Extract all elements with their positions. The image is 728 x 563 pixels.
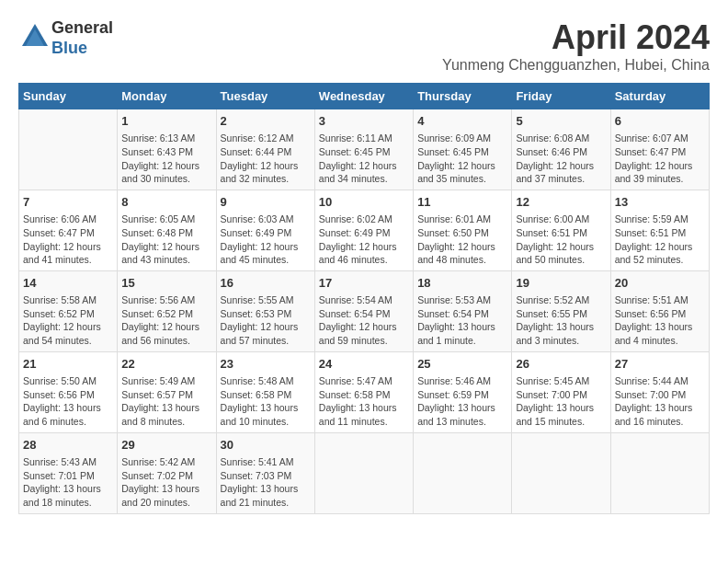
calendar-cell: 13Sunrise: 5:59 AM Sunset: 6:51 PM Dayli…: [610, 190, 709, 270]
calendar-cell: 7Sunrise: 6:06 AM Sunset: 6:47 PM Daylig…: [19, 190, 118, 270]
day-info: Sunrise: 5:48 AM Sunset: 6:58 PM Dayligh…: [221, 374, 311, 429]
calendar-cell: 26Sunrise: 5:45 AM Sunset: 7:00 PM Dayli…: [512, 351, 610, 432]
logo-text: General Blue: [51, 18, 113, 58]
day-info: Sunrise: 5:54 AM Sunset: 6:54 PM Dayligh…: [319, 293, 409, 348]
day-number: 26: [516, 356, 606, 373]
calendar-table: SundayMondayTuesdayWednesdayThursdayFrid…: [18, 83, 710, 514]
column-header-thursday: Thursday: [414, 84, 512, 109]
day-number: 1: [121, 113, 211, 130]
calendar-week-row: 28Sunrise: 5:43 AM Sunset: 7:01 PM Dayli…: [19, 432, 710, 513]
calendar-cell: 17Sunrise: 5:54 AM Sunset: 6:54 PM Dayli…: [314, 270, 413, 351]
day-number: 14: [23, 275, 113, 292]
calendar-week-row: 1Sunrise: 6:13 AM Sunset: 6:43 PM Daylig…: [19, 109, 710, 190]
calendar-cell: 6Sunrise: 6:07 AM Sunset: 6:47 PM Daylig…: [610, 109, 709, 190]
day-number: 2: [221, 113, 311, 130]
calendar-cell: 14Sunrise: 5:58 AM Sunset: 6:52 PM Dayli…: [19, 270, 118, 351]
calendar-cell: 27Sunrise: 5:44 AM Sunset: 7:00 PM Dayli…: [610, 351, 709, 432]
day-number: 11: [417, 194, 507, 211]
column-header-tuesday: Tuesday: [216, 84, 314, 109]
day-info: Sunrise: 6:07 AM Sunset: 6:47 PM Dayligh…: [615, 132, 705, 186]
calendar-cell: 8Sunrise: 6:05 AM Sunset: 6:48 PM Daylig…: [118, 190, 216, 270]
calendar-cell: 19Sunrise: 5:52 AM Sunset: 6:55 PM Dayli…: [512, 270, 610, 351]
day-info: Sunrise: 6:12 AM Sunset: 6:44 PM Dayligh…: [221, 132, 311, 186]
day-info: Sunrise: 5:58 AM Sunset: 6:52 PM Dayligh…: [23, 293, 113, 348]
day-number: 15: [121, 275, 211, 292]
day-info: Sunrise: 5:51 AM Sunset: 6:56 PM Dayligh…: [615, 293, 705, 348]
logo-icon: [18, 20, 51, 53]
day-number: 30: [221, 437, 311, 454]
day-info: Sunrise: 5:44 AM Sunset: 7:00 PM Dayligh…: [615, 374, 705, 429]
day-number: 5: [516, 113, 606, 130]
day-info: Sunrise: 6:00 AM Sunset: 6:51 PM Dayligh…: [516, 213, 606, 267]
day-number: 13: [615, 194, 705, 211]
day-number: 6: [615, 113, 705, 130]
day-info: Sunrise: 5:47 AM Sunset: 6:58 PM Dayligh…: [319, 374, 409, 429]
day-number: 3: [319, 113, 409, 130]
calendar-header-row: SundayMondayTuesdayWednesdayThursdayFrid…: [19, 84, 710, 109]
day-number: 16: [221, 275, 311, 292]
calendar-cell: 1Sunrise: 6:13 AM Sunset: 6:43 PM Daylig…: [118, 109, 216, 190]
day-number: 20: [615, 275, 705, 292]
column-header-sunday: Sunday: [19, 84, 118, 109]
calendar-cell: [512, 432, 610, 513]
day-info: Sunrise: 5:59 AM Sunset: 6:51 PM Dayligh…: [615, 213, 705, 267]
day-number: 4: [417, 113, 507, 130]
day-number: 9: [221, 194, 311, 211]
day-number: 22: [121, 356, 211, 373]
day-number: 25: [417, 356, 507, 373]
day-info: Sunrise: 5:53 AM Sunset: 6:54 PM Dayligh…: [417, 293, 507, 348]
day-number: 27: [615, 356, 705, 373]
day-number: 8: [121, 194, 211, 211]
day-info: Sunrise: 5:50 AM Sunset: 6:56 PM Dayligh…: [23, 374, 113, 429]
calendar-cell: 24Sunrise: 5:47 AM Sunset: 6:58 PM Dayli…: [314, 351, 413, 432]
calendar-cell: 4Sunrise: 6:09 AM Sunset: 6:45 PM Daylig…: [414, 109, 512, 190]
day-info: Sunrise: 5:43 AM Sunset: 7:01 PM Dayligh…: [23, 455, 113, 510]
day-info: Sunrise: 5:46 AM Sunset: 6:59 PM Dayligh…: [417, 374, 507, 429]
day-info: Sunrise: 5:55 AM Sunset: 6:53 PM Dayligh…: [221, 293, 311, 348]
day-info: Sunrise: 6:13 AM Sunset: 6:43 PM Dayligh…: [121, 132, 211, 186]
column-header-friday: Friday: [512, 84, 610, 109]
calendar-cell: 2Sunrise: 6:12 AM Sunset: 6:44 PM Daylig…: [216, 109, 314, 190]
day-info: Sunrise: 6:03 AM Sunset: 6:49 PM Dayligh…: [221, 213, 311, 267]
day-info: Sunrise: 6:01 AM Sunset: 6:50 PM Dayligh…: [417, 213, 507, 267]
location: Yunmeng Chengguanzhen, Hubei, China: [442, 57, 710, 74]
calendar-cell: 16Sunrise: 5:55 AM Sunset: 6:53 PM Dayli…: [216, 270, 314, 351]
calendar-cell: 28Sunrise: 5:43 AM Sunset: 7:01 PM Dayli…: [19, 432, 118, 513]
day-info: Sunrise: 6:06 AM Sunset: 6:47 PM Dayligh…: [23, 213, 113, 267]
calendar-cell: [610, 432, 709, 513]
day-info: Sunrise: 5:56 AM Sunset: 6:52 PM Dayligh…: [121, 293, 211, 348]
day-number: 24: [319, 356, 409, 373]
title-block: April 2024 Yunmeng Chengguanzhen, Hubei,…: [442, 18, 710, 74]
day-info: Sunrise: 5:45 AM Sunset: 7:00 PM Dayligh…: [516, 374, 606, 429]
day-number: 29: [121, 437, 211, 454]
page-header: General Blue April 2024 Yunmeng Chenggua…: [18, 18, 710, 74]
day-info: Sunrise: 6:09 AM Sunset: 6:45 PM Dayligh…: [417, 132, 507, 186]
day-info: Sunrise: 5:42 AM Sunset: 7:02 PM Dayligh…: [121, 455, 211, 510]
calendar-cell: 15Sunrise: 5:56 AM Sunset: 6:52 PM Dayli…: [118, 270, 216, 351]
calendar-cell: 25Sunrise: 5:46 AM Sunset: 6:59 PM Dayli…: [414, 351, 512, 432]
day-info: Sunrise: 5:41 AM Sunset: 7:03 PM Dayligh…: [221, 455, 311, 510]
day-info: Sunrise: 5:52 AM Sunset: 6:55 PM Dayligh…: [516, 293, 606, 348]
day-info: Sunrise: 6:08 AM Sunset: 6:46 PM Dayligh…: [516, 132, 606, 186]
calendar-cell: 20Sunrise: 5:51 AM Sunset: 6:56 PM Dayli…: [610, 270, 709, 351]
calendar-cell: [414, 432, 512, 513]
calendar-cell: 12Sunrise: 6:00 AM Sunset: 6:51 PM Dayli…: [512, 190, 610, 270]
calendar-cell: 10Sunrise: 6:02 AM Sunset: 6:49 PM Dayli…: [314, 190, 413, 270]
month-title: April 2024: [442, 18, 710, 57]
calendar-week-row: 7Sunrise: 6:06 AM Sunset: 6:47 PM Daylig…: [19, 190, 710, 270]
day-info: Sunrise: 6:02 AM Sunset: 6:49 PM Dayligh…: [319, 213, 409, 267]
calendar-cell: 5Sunrise: 6:08 AM Sunset: 6:46 PM Daylig…: [512, 109, 610, 190]
day-info: Sunrise: 5:49 AM Sunset: 6:57 PM Dayligh…: [121, 374, 211, 429]
calendar-cell: [19, 109, 118, 190]
day-number: 28: [23, 437, 113, 454]
day-info: Sunrise: 6:05 AM Sunset: 6:48 PM Dayligh…: [121, 213, 211, 267]
calendar-week-row: 21Sunrise: 5:50 AM Sunset: 6:56 PM Dayli…: [19, 351, 710, 432]
day-number: 7: [23, 194, 113, 211]
calendar-cell: [314, 432, 413, 513]
calendar-cell: 22Sunrise: 5:49 AM Sunset: 6:57 PM Dayli…: [118, 351, 216, 432]
calendar-cell: 21Sunrise: 5:50 AM Sunset: 6:56 PM Dayli…: [19, 351, 118, 432]
day-number: 19: [516, 275, 606, 292]
day-number: 21: [23, 356, 113, 373]
logo: General Blue: [18, 18, 113, 58]
calendar-cell: 9Sunrise: 6:03 AM Sunset: 6:49 PM Daylig…: [216, 190, 314, 270]
